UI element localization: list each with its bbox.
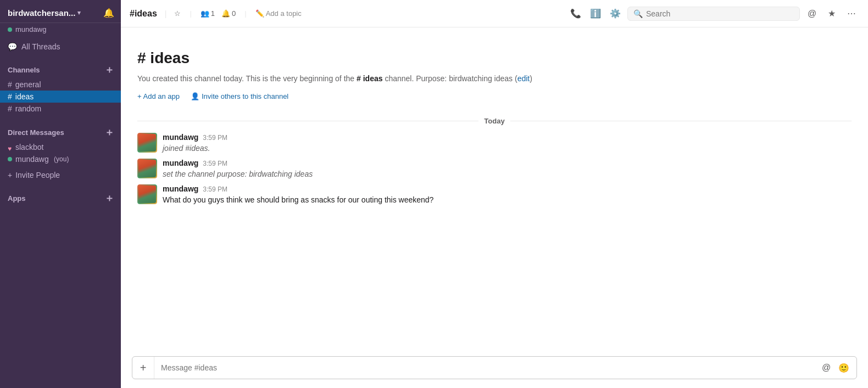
dm-label: Direct Messages xyxy=(8,128,64,137)
message-group-2: mundawg 3:59 PM set the channel purpose:… xyxy=(121,156,868,182)
chat-area: # ideas You created this channel today. … xyxy=(121,27,868,351)
channel-welcome-desc: You created this channel today. This is … xyxy=(137,72,852,85)
sidebar: birdwatchersan... ▾ 🔔 mundawg 💬 All Thre… xyxy=(0,0,121,388)
dm-name-mundawg: mundawg xyxy=(15,155,49,164)
channel-welcome-actions: + Add an app 👤 Invite others to this cha… xyxy=(137,92,852,100)
message-username-3[interactable]: mundawg xyxy=(163,184,198,193)
add-topic-label: Add a topic xyxy=(266,9,302,18)
status-dot-icon xyxy=(8,27,12,32)
sidebar-item-ideas[interactable]: # ideas xyxy=(0,91,121,103)
chevron-down-icon: ▾ xyxy=(77,9,81,16)
avatar-img-1 xyxy=(137,133,157,153)
welcome-desc-after: channel. Purpose: birdwatching ideas xyxy=(385,74,513,83)
message-username-2[interactable]: mundawg xyxy=(163,159,198,167)
invite-channel-link[interactable]: 👤 Invite others to this channel xyxy=(191,92,288,100)
avatar-1 xyxy=(137,133,157,153)
add-app-sidebar-icon[interactable]: ＋ xyxy=(104,192,114,205)
topbar-divider3: | xyxy=(244,9,246,18)
sidebar-item-all-threads[interactable]: 💬 All Threads xyxy=(0,39,121,54)
message-username-1[interactable]: mundawg xyxy=(163,133,198,142)
plus-icon: + xyxy=(8,171,12,179)
message-time-2: 3:59 PM xyxy=(203,160,227,167)
apps-section: Apps ＋ xyxy=(0,183,121,209)
settings-icon-button[interactable]: ⚙️ xyxy=(608,6,623,21)
channels-section: Channels ＋ # general # ideas # random xyxy=(0,54,121,117)
sidebar-item-general[interactable]: # general xyxy=(0,78,121,91)
edit-purpose-link[interactable]: edit xyxy=(518,74,530,83)
message-input[interactable] xyxy=(154,358,818,378)
topbar-meta: ☆ | 👥 1 🔔 0 | ✏️ Add a topic xyxy=(174,9,301,18)
channel-title: #ideas xyxy=(130,9,157,19)
divider-line-right xyxy=(510,121,852,121)
heart-icon: ♥ xyxy=(8,145,12,149)
add-dm-icon[interactable]: ＋ xyxy=(104,126,114,139)
message-content-3: mundawg 3:59 PM What do you guys think w… xyxy=(163,184,852,206)
emoji-button[interactable]: 🙂 xyxy=(836,359,852,376)
hash-icon: # xyxy=(8,80,12,89)
person-icon: 👤 xyxy=(191,92,199,100)
add-channel-icon[interactable]: ＋ xyxy=(104,63,114,76)
date-divider-text: Today xyxy=(484,117,504,125)
info-icon-button[interactable]: ℹ️ xyxy=(588,6,603,21)
members-count-item[interactable]: 👥 1 xyxy=(201,9,215,18)
at-icon-button[interactable]: @ xyxy=(804,6,820,21)
search-input[interactable] xyxy=(646,9,794,18)
message-header-3: mundawg 3:59 PM xyxy=(163,184,852,193)
dm-name-slackbot: slackbot xyxy=(15,143,43,151)
date-divider: Today xyxy=(121,111,868,131)
at-mention-button[interactable]: @ xyxy=(818,359,834,376)
message-group-3: mundawg 3:59 PM What do you guys think w… xyxy=(121,182,868,208)
sidebar-item-mundawg[interactable]: mundawg (you) xyxy=(0,153,121,165)
threads-icon: 💬 xyxy=(8,42,17,51)
apps-label: Apps xyxy=(8,194,26,203)
dm-section: Direct Messages ＋ ♥ slackbot mundawg (yo… xyxy=(0,117,121,167)
you-label: (you) xyxy=(52,155,69,163)
all-threads-label: All Threads xyxy=(21,42,60,51)
hash-icon: # xyxy=(8,92,12,101)
topbar-right: 📞 ℹ️ ⚙️ 🔍 @ ★ ⋯ xyxy=(568,6,859,21)
avatar-3 xyxy=(137,184,157,204)
avatar-inner-3 xyxy=(138,185,156,203)
message-text-1: joined #ideas. xyxy=(163,143,852,154)
hash-icon: # xyxy=(8,104,12,113)
channel-name-ideas: ideas xyxy=(15,92,34,101)
channel-name-general: general xyxy=(15,80,41,89)
message-group-1: mundawg 3:59 PM joined #ideas. xyxy=(121,131,868,156)
search-box[interactable]: 🔍 xyxy=(627,7,800,21)
more-icon-button[interactable]: ⋯ xyxy=(844,6,859,21)
channel-name-random: random xyxy=(15,104,41,113)
avatar-img-3 xyxy=(137,184,157,204)
add-app-link[interactable]: + Add an app xyxy=(137,92,180,100)
invite-people-item[interactable]: + Invite People xyxy=(0,167,121,183)
user-status: mundawg xyxy=(0,23,121,39)
sidebar-item-slackbot[interactable]: ♥ slackbot xyxy=(0,141,121,153)
avatar-img-2 xyxy=(137,159,157,178)
workspace-name[interactable]: birdwatchersan... ▾ xyxy=(8,8,81,18)
topbar: #ideas | ☆ | 👥 1 🔔 0 | ✏️ Add a topic xyxy=(121,0,868,27)
avatar-inner-2 xyxy=(138,160,156,177)
star-button[interactable]: ☆ xyxy=(174,9,181,18)
message-plus-button[interactable]: + xyxy=(132,357,154,379)
online-dot-icon xyxy=(8,157,12,161)
message-input-box: + @ 🙂 xyxy=(132,356,857,379)
reactions-count-item[interactable]: 🔔 0 xyxy=(221,9,236,18)
star-icon-button[interactable]: ★ xyxy=(824,6,839,21)
topbar-divider2: | xyxy=(190,9,191,18)
username-label: mundawg xyxy=(15,25,46,33)
bell-icon[interactable]: 🔔 xyxy=(103,8,114,18)
reactions-icon: 🔔 xyxy=(221,9,230,18)
message-header-1: mundawg 3:59 PM xyxy=(163,133,852,142)
sidebar-item-random[interactable]: # random xyxy=(0,103,121,115)
apps-section-header[interactable]: Apps ＋ xyxy=(0,190,121,207)
channels-section-header[interactable]: Channels ＋ xyxy=(0,62,121,78)
reactions-count: 0 xyxy=(232,9,236,18)
add-topic-button[interactable]: ✏️ Add a topic xyxy=(255,9,302,18)
workspace-name-label: birdwatchersan... xyxy=(8,8,75,18)
welcome-title-text: # ideas xyxy=(137,49,190,66)
channel-welcome-title: # ideas xyxy=(137,49,852,67)
dm-section-header[interactable]: Direct Messages ＋ xyxy=(0,125,121,141)
invite-channel-label: Invite others to this channel xyxy=(202,92,288,100)
main-content: #ideas | ☆ | 👥 1 🔔 0 | ✏️ Add a topic xyxy=(121,0,868,388)
message-content-2: mundawg 3:59 PM set the channel purpose:… xyxy=(163,159,852,180)
phone-icon-button[interactable]: 📞 xyxy=(568,6,583,21)
